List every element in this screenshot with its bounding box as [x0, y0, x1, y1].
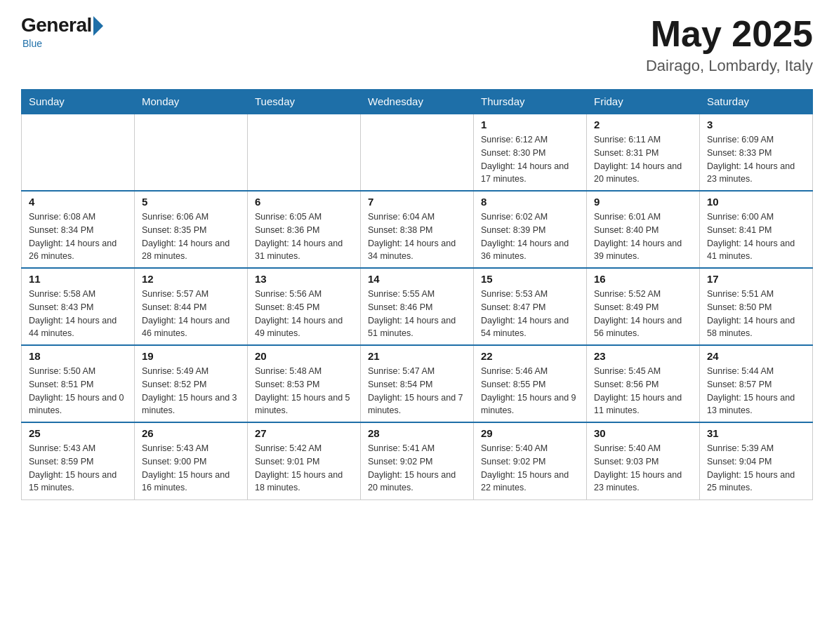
location-subtitle: Dairago, Lombardy, Italy	[646, 57, 813, 75]
day-number: 17	[707, 273, 805, 285]
day-number: 26	[142, 427, 240, 439]
day-info: Sunrise: 6:02 AMSunset: 8:39 PMDaylight:…	[481, 210, 579, 263]
day-number: 27	[255, 427, 353, 439]
weekday-header-row: SundayMondayTuesdayWednesdayThursdayFrid…	[22, 90, 813, 114]
day-number: 19	[142, 350, 240, 362]
calendar-week-row: 11Sunrise: 5:58 AMSunset: 8:43 PMDayligh…	[22, 268, 813, 345]
day-number: 28	[368, 427, 466, 439]
calendar-cell: 10Sunrise: 6:00 AMSunset: 8:41 PMDayligh…	[700, 191, 813, 268]
day-info: Sunrise: 6:05 AMSunset: 8:36 PMDaylight:…	[255, 210, 353, 263]
day-info: Sunrise: 5:40 AMSunset: 9:02 PMDaylight:…	[481, 442, 579, 495]
day-info: Sunrise: 5:56 AMSunset: 8:45 PMDaylight:…	[255, 288, 353, 340]
day-info: Sunrise: 5:55 AMSunset: 8:46 PMDaylight:…	[368, 288, 466, 340]
day-number: 16	[594, 273, 692, 285]
calendar-cell: 7Sunrise: 6:04 AMSunset: 8:38 PMDaylight…	[361, 191, 474, 268]
calendar-cell: 16Sunrise: 5:52 AMSunset: 8:49 PMDayligh…	[587, 268, 700, 345]
month-year-title: May 2025	[646, 14, 813, 54]
day-number: 2	[594, 119, 692, 130]
day-number: 6	[255, 196, 353, 208]
calendar-cell: 9Sunrise: 6:01 AMSunset: 8:40 PMDaylight…	[587, 191, 700, 268]
calendar-cell: 18Sunrise: 5:50 AMSunset: 8:51 PMDayligh…	[22, 345, 135, 422]
day-info: Sunrise: 5:47 AMSunset: 8:54 PMDaylight:…	[368, 365, 466, 417]
day-number: 21	[368, 350, 466, 362]
day-number: 20	[255, 350, 353, 362]
calendar-cell: 8Sunrise: 6:02 AMSunset: 8:39 PMDaylight…	[474, 191, 587, 268]
day-number: 22	[481, 350, 579, 362]
weekday-header-monday: Monday	[135, 90, 248, 114]
logo-blue-text: Blue	[22, 38, 42, 49]
calendar-cell: 12Sunrise: 5:57 AMSunset: 8:44 PMDayligh…	[135, 268, 248, 345]
day-info: Sunrise: 5:51 AMSunset: 8:50 PMDaylight:…	[707, 288, 805, 340]
calendar-cell: 21Sunrise: 5:47 AMSunset: 8:54 PMDayligh…	[361, 345, 474, 422]
calendar-body: 1Sunrise: 6:12 AMSunset: 8:30 PMDaylight…	[22, 114, 813, 499]
calendar-week-row: 25Sunrise: 5:43 AMSunset: 8:59 PMDayligh…	[22, 422, 813, 499]
day-number: 8	[481, 196, 579, 208]
day-number: 11	[29, 273, 127, 285]
weekday-header-saturday: Saturday	[700, 90, 813, 114]
day-number: 24	[707, 350, 805, 362]
calendar-cell: 19Sunrise: 5:49 AMSunset: 8:52 PMDayligh…	[135, 345, 248, 422]
day-info: Sunrise: 5:42 AMSunset: 9:01 PMDaylight:…	[255, 442, 353, 495]
day-info: Sunrise: 6:11 AMSunset: 8:31 PMDaylight:…	[594, 133, 692, 186]
calendar-week-row: 4Sunrise: 6:08 AMSunset: 8:34 PMDaylight…	[22, 191, 813, 268]
day-number: 23	[594, 350, 692, 362]
day-info: Sunrise: 5:43 AMSunset: 8:59 PMDaylight:…	[29, 442, 127, 495]
day-info: Sunrise: 5:43 AMSunset: 9:00 PMDaylight:…	[142, 442, 240, 495]
day-info: Sunrise: 6:09 AMSunset: 8:33 PMDaylight:…	[707, 133, 805, 186]
day-info: Sunrise: 5:44 AMSunset: 8:57 PMDaylight:…	[707, 365, 805, 417]
calendar-cell: 29Sunrise: 5:40 AMSunset: 9:02 PMDayligh…	[474, 422, 587, 499]
page-header: General Blue May 2025 Dairago, Lombardy,…	[21, 14, 813, 75]
day-number: 14	[368, 273, 466, 285]
day-number: 13	[255, 273, 353, 285]
calendar-cell: 30Sunrise: 5:40 AMSunset: 9:03 PMDayligh…	[587, 422, 700, 499]
day-info: Sunrise: 5:41 AMSunset: 9:02 PMDaylight:…	[368, 442, 466, 495]
title-block: May 2025 Dairago, Lombardy, Italy	[646, 14, 813, 75]
day-number: 4	[29, 196, 127, 208]
weekday-header-sunday: Sunday	[22, 90, 135, 114]
calendar-cell: 24Sunrise: 5:44 AMSunset: 8:57 PMDayligh…	[700, 345, 813, 422]
calendar-cell: 31Sunrise: 5:39 AMSunset: 9:04 PMDayligh…	[700, 422, 813, 499]
weekday-header-thursday: Thursday	[474, 90, 587, 114]
day-number: 15	[481, 273, 579, 285]
day-number: 5	[142, 196, 240, 208]
calendar-cell	[135, 114, 248, 191]
day-number: 31	[707, 427, 805, 439]
day-number: 30	[594, 427, 692, 439]
calendar-week-row: 1Sunrise: 6:12 AMSunset: 8:30 PMDaylight…	[22, 114, 813, 191]
calendar-cell: 28Sunrise: 5:41 AMSunset: 9:02 PMDayligh…	[361, 422, 474, 499]
day-info: Sunrise: 5:49 AMSunset: 8:52 PMDaylight:…	[142, 365, 240, 417]
calendar-cell: 23Sunrise: 5:45 AMSunset: 8:56 PMDayligh…	[587, 345, 700, 422]
calendar-cell: 13Sunrise: 5:56 AMSunset: 8:45 PMDayligh…	[248, 268, 361, 345]
day-number: 29	[481, 427, 579, 439]
day-info: Sunrise: 6:00 AMSunset: 8:41 PMDaylight:…	[707, 210, 805, 263]
calendar-table: SundayMondayTuesdayWednesdayThursdayFrid…	[21, 89, 813, 500]
calendar-header: SundayMondayTuesdayWednesdayThursdayFrid…	[22, 90, 813, 114]
calendar-cell: 5Sunrise: 6:06 AMSunset: 8:35 PMDaylight…	[135, 191, 248, 268]
calendar-cell: 27Sunrise: 5:42 AMSunset: 9:01 PMDayligh…	[248, 422, 361, 499]
weekday-header-friday: Friday	[587, 90, 700, 114]
weekday-header-tuesday: Tuesday	[248, 90, 361, 114]
calendar-cell: 11Sunrise: 5:58 AMSunset: 8:43 PMDayligh…	[22, 268, 135, 345]
day-info: Sunrise: 6:01 AMSunset: 8:40 PMDaylight:…	[594, 210, 692, 263]
day-info: Sunrise: 5:57 AMSunset: 8:44 PMDaylight:…	[142, 288, 240, 340]
calendar-cell: 25Sunrise: 5:43 AMSunset: 8:59 PMDayligh…	[22, 422, 135, 499]
calendar-cell: 2Sunrise: 6:11 AMSunset: 8:31 PMDaylight…	[587, 114, 700, 191]
calendar-cell: 14Sunrise: 5:55 AMSunset: 8:46 PMDayligh…	[361, 268, 474, 345]
day-number: 10	[707, 196, 805, 208]
calendar-cell: 26Sunrise: 5:43 AMSunset: 9:00 PMDayligh…	[135, 422, 248, 499]
calendar-cell: 15Sunrise: 5:53 AMSunset: 8:47 PMDayligh…	[474, 268, 587, 345]
day-info: Sunrise: 5:40 AMSunset: 9:03 PMDaylight:…	[594, 442, 692, 495]
calendar-cell: 3Sunrise: 6:09 AMSunset: 8:33 PMDaylight…	[700, 114, 813, 191]
day-info: Sunrise: 5:46 AMSunset: 8:55 PMDaylight:…	[481, 365, 579, 417]
day-info: Sunrise: 5:50 AMSunset: 8:51 PMDaylight:…	[29, 365, 127, 417]
day-number: 1	[481, 119, 579, 130]
calendar-cell: 17Sunrise: 5:51 AMSunset: 8:50 PMDayligh…	[700, 268, 813, 345]
calendar-cell	[22, 114, 135, 191]
calendar-cell	[361, 114, 474, 191]
weekday-header-wednesday: Wednesday	[361, 90, 474, 114]
calendar-cell: 20Sunrise: 5:48 AMSunset: 8:53 PMDayligh…	[248, 345, 361, 422]
day-info: Sunrise: 6:06 AMSunset: 8:35 PMDaylight:…	[142, 210, 240, 263]
calendar-week-row: 18Sunrise: 5:50 AMSunset: 8:51 PMDayligh…	[22, 345, 813, 422]
calendar-cell: 4Sunrise: 6:08 AMSunset: 8:34 PMDaylight…	[22, 191, 135, 268]
day-number: 9	[594, 196, 692, 208]
